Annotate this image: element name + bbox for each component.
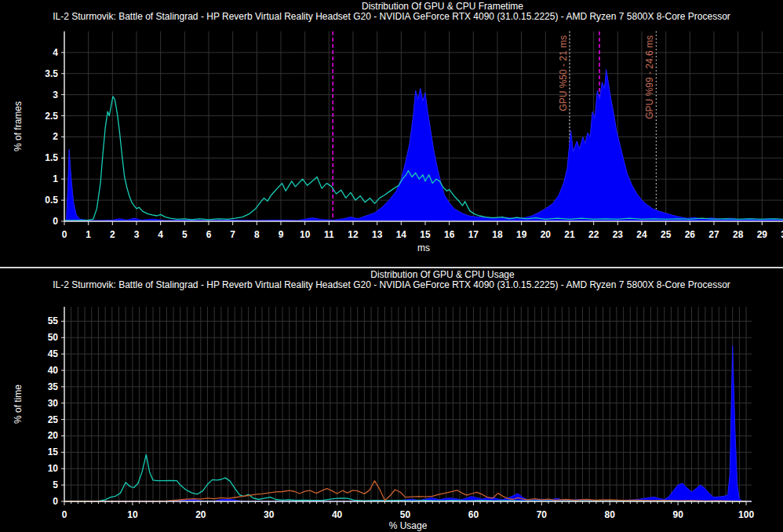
- x-tick-label: 10: [300, 229, 311, 240]
- y-tick-label: 50: [48, 332, 59, 343]
- x-tick-label: 16: [444, 229, 455, 240]
- frametime-chart: Distribution Of GPU & CPU Frametime IL-2…: [0, 0, 783, 267]
- x-tick-label: 10: [127, 509, 138, 520]
- y-tick-label: 25: [48, 414, 59, 425]
- x-tick-label: 50: [400, 509, 411, 520]
- x-tick-label: 23: [613, 229, 624, 240]
- y-tick-label: 20: [48, 430, 59, 441]
- y-tick-label: 2.5: [45, 111, 58, 122]
- usage-chart: Distribution Of GPU & CPU Usage IL-2 Stu…: [0, 268, 783, 532]
- x-tick-label: 60: [468, 509, 479, 520]
- y-tick-label: 45: [48, 348, 59, 359]
- x-tick-label: 30: [264, 509, 275, 520]
- percentile-marker-label: GPU %99 - 24.6 ms: [644, 35, 655, 119]
- y-tick-label: 5: [53, 479, 58, 490]
- x-tick-label: 100: [738, 509, 754, 520]
- y-tick-label: 1: [53, 173, 58, 184]
- x-tick-label: 12: [348, 229, 359, 240]
- frametime-x-axis-label: ms: [64, 242, 783, 253]
- frametime-y-axis-label: % of frames: [13, 71, 24, 181]
- gpu-area: [64, 346, 752, 501]
- frametime-plot-canvas: GPU %50 - 21 msGPU %99 - 24.6 ms01234567…: [0, 0, 783, 267]
- y-tick-label: 0: [53, 216, 58, 227]
- x-tick-label: 21: [564, 229, 575, 240]
- area-edge-line: [64, 346, 752, 501]
- y-tick-label: 3: [53, 89, 58, 100]
- x-tick-label: 25: [661, 229, 672, 240]
- usage-y-axis-label: % of time: [13, 349, 24, 459]
- x-tick-label: 2: [110, 229, 115, 240]
- x-tick-label: 7: [230, 229, 235, 240]
- x-tick-label: 1: [86, 229, 91, 240]
- x-tick-label: 11: [324, 229, 334, 240]
- y-tick-label: 15: [48, 446, 59, 457]
- x-tick-label: 22: [588, 229, 599, 240]
- x-tick-label: 17: [468, 229, 479, 240]
- x-tick-label: 0: [62, 229, 67, 240]
- x-tick-label: 80: [605, 509, 616, 520]
- y-tick-label: 30: [48, 398, 59, 409]
- x-tick-label: 24: [636, 229, 647, 240]
- x-tick-label: 27: [708, 229, 719, 240]
- x-tick-label: 19: [516, 229, 527, 240]
- x-tick-label: 20: [541, 229, 552, 240]
- y-tick-label: 0: [53, 496, 58, 507]
- x-tick-label: 13: [372, 229, 383, 240]
- x-tick-label: 9: [279, 229, 284, 240]
- x-tick-label: 14: [396, 229, 407, 240]
- y-tick-label: 2: [53, 131, 58, 142]
- x-tick-label: 28: [733, 229, 744, 240]
- x-tick-label: 15: [420, 229, 431, 240]
- x-tick-label: 5: [182, 229, 188, 240]
- y-tick-label: 4: [53, 47, 58, 58]
- x-tick-label: 20: [195, 509, 206, 520]
- y-tick-label: 3.5: [45, 68, 58, 79]
- x-tick-label: 4: [158, 229, 163, 240]
- x-tick-label: 18: [492, 229, 503, 240]
- y-tick-label: 0.5: [45, 195, 58, 206]
- x-tick-label: 6: [206, 229, 212, 240]
- x-tick-label: 90: [672, 509, 683, 520]
- x-tick-label: 3: [134, 229, 140, 240]
- usage-plot-canvas: 0102030405060708090100051015202530354045…: [0, 268, 783, 532]
- y-tick-label: 10: [48, 463, 59, 474]
- y-tick-label: 40: [48, 365, 59, 376]
- gpu-area: [64, 69, 783, 221]
- y-tick-label: 1.5: [45, 152, 58, 163]
- x-tick-label: 29: [757, 229, 768, 240]
- x-tick-label: 0: [62, 509, 67, 520]
- percentile-marker-label: GPU %50 - 21 ms: [558, 35, 569, 111]
- x-tick-label: 8: [254, 229, 260, 240]
- x-tick-label: 26: [685, 229, 696, 240]
- y-tick-label: 55: [48, 315, 59, 326]
- x-tick-label: 40: [332, 509, 343, 520]
- y-tick-label: 35: [48, 381, 59, 392]
- usage-x-axis-label: % Usage: [64, 520, 752, 531]
- x-tick-label: 70: [537, 509, 548, 520]
